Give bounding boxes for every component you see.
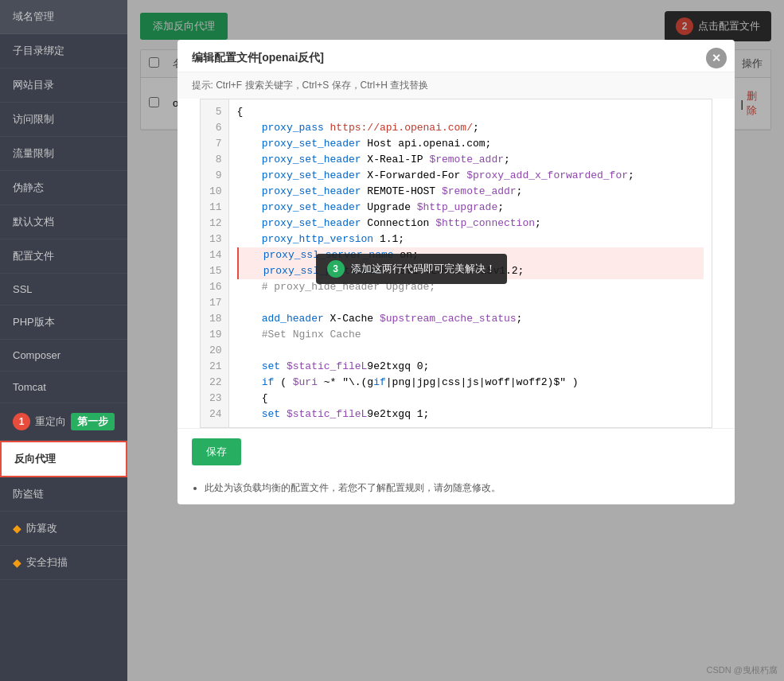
code-line-10: proxy_set_header REMOTE-HOST $remote_add…	[237, 184, 704, 200]
sidebar-item-php-version[interactable]: PHP版本	[0, 305, 127, 340]
modal-note: 此处为该负载均衡的配置文件，若您不了解配置规则，请勿随意修改。	[177, 475, 735, 504]
edit-config-modal: 编辑配置文件[openai反代] ✕ 提示: Ctrl+F 搜索关键字，Ctrl…	[177, 40, 735, 504]
sidebar: 域名管理 子目录绑定 网站目录 访问限制 流量限制 伪静态 默认文档 配置文件 …	[0, 0, 127, 681]
tooltip-badge-3: 3	[327, 260, 345, 278]
code-line-17	[237, 295, 704, 311]
sidebar-item-tomcat[interactable]: Tomcat	[0, 372, 127, 403]
tooltip-text: 添加这两行代码即可完美解决！	[351, 262, 496, 276]
sidebar-item-ssl[interactable]: SSL	[0, 274, 127, 305]
modal-overlay: 编辑配置文件[openai反代] ✕ 提示: Ctrl+F 搜索关键字，Ctrl…	[127, 0, 784, 681]
modal-title: 编辑配置文件[openai反代]	[177, 40, 735, 72]
sidebar-item-subdir-bind[interactable]: 子目录绑定	[0, 34, 127, 68]
code-line-8: proxy_set_header X-Real-IP $remote_addr;	[237, 152, 704, 168]
code-line-11: proxy_set_header Upgrade $http_upgrade;	[237, 200, 704, 216]
sidebar-item-composer[interactable]: Composer	[0, 340, 127, 372]
sidebar-item-anti-tamper[interactable]: ◆ 防篡改	[0, 512, 127, 546]
code-line-20	[237, 343, 704, 359]
sidebar-item-pseudo-static[interactable]: 伪静态	[0, 171, 127, 205]
step-label-first: 第一步	[71, 413, 115, 430]
sidebar-item-config-file[interactable]: 配置文件	[0, 239, 127, 274]
line-numbers: 56789101112131415161718192021222324	[201, 99, 229, 427]
main-content: 添加反向代理 2 点击配置文件 名称 代理目录 目标url 缓存 状态 操作 o…	[127, 0, 784, 681]
code-line-24: set $static_fileL9e2txgq 1;	[237, 407, 704, 422]
sidebar-item-site-dir[interactable]: 网站目录	[0, 68, 127, 103]
diamond-icon-anti-tamper: ◆	[13, 522, 21, 535]
save-button[interactable]: 保存	[192, 438, 241, 465]
modal-close-button[interactable]: ✕	[706, 48, 727, 68]
sidebar-item-security-scan[interactable]: ◆ 安全扫描	[0, 546, 127, 580]
code-line-12: proxy_set_header Connection $http_connec…	[237, 216, 704, 232]
sidebar-item-domain-mgmt[interactable]: 域名管理	[0, 0, 127, 34]
diamond-icon-security-scan: ◆	[13, 556, 21, 569]
sidebar-item-default-doc[interactable]: 默认文档	[0, 205, 127, 239]
code-line-23: {	[237, 391, 704, 407]
code-line-9: proxy_set_header X-Forwarded-For $proxy_…	[237, 168, 704, 184]
sidebar-item-redirect[interactable]: 1 重定向 第一步	[0, 403, 127, 441]
code-line-19: #Set Nginx Cache	[237, 327, 704, 343]
code-line-18: add_header X-Cache $upstream_cache_statu…	[237, 311, 704, 327]
code-tooltip: 3 添加这两行代码即可完美解决！	[316, 254, 507, 284]
modal-hint: 提示: Ctrl+F 搜索关键字，Ctrl+S 保存，Ctrl+H 查找替换	[177, 72, 735, 99]
code-line-7: proxy_set_header Host api.openai.com;	[237, 136, 704, 152]
modal-footer: 保存	[177, 428, 735, 475]
code-line-21: set $static_fileL9e2txgq 0;	[237, 359, 704, 375]
code-line-13: proxy_http_version 1.1;	[237, 232, 704, 247]
step-badge-1: 1	[13, 413, 30, 430]
code-line-22: if ( $uri ~* "\.(gif|png|jpg|css|js|woff…	[237, 375, 704, 391]
sidebar-item-anti-hotlink[interactable]: 防盗链	[0, 477, 127, 512]
sidebar-item-reverse-proxy[interactable]: 反向代理	[0, 441, 127, 477]
code-line-6: proxy_pass https://api.openai.com/;	[237, 120, 704, 136]
sidebar-item-traffic-limit[interactable]: 流量限制	[0, 137, 127, 171]
sidebar-item-access-limit[interactable]: 访问限制	[0, 103, 127, 137]
code-line-5: {	[237, 104, 704, 120]
